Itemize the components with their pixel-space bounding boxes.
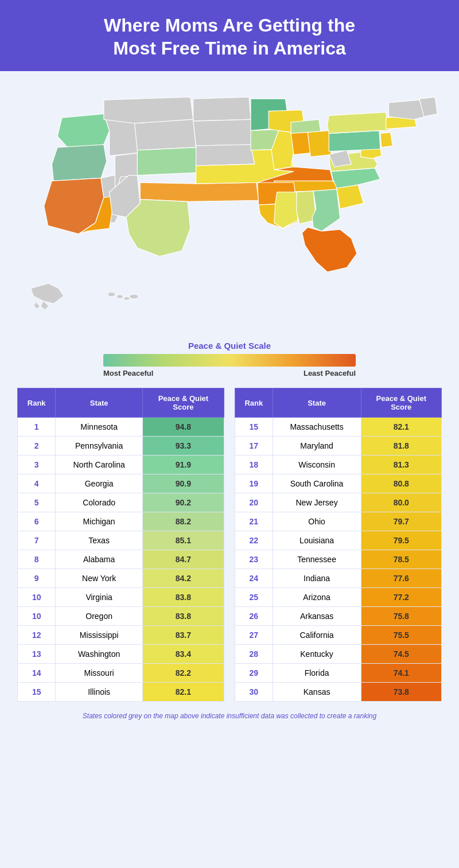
state-cell: Minnesota bbox=[56, 418, 142, 437]
state-cell: Florida bbox=[273, 664, 361, 683]
table-row: 2 Pennsylvania 93.3 bbox=[18, 437, 224, 456]
table-row: 3 North Carolina 91.9 bbox=[18, 456, 224, 474]
table-row: 10 Oregon 83.8 bbox=[18, 607, 224, 626]
state-cell: Colorado bbox=[56, 493, 142, 512]
state-cell: Wisconsin bbox=[273, 456, 361, 474]
rank-cell: 26 bbox=[235, 607, 273, 626]
scale-extremes: Most Peaceful Least Peaceful bbox=[103, 369, 356, 377]
score-cell: 78.5 bbox=[361, 550, 442, 569]
score-cell: 74.1 bbox=[361, 664, 442, 683]
table-row: 5 Colorado 90.2 bbox=[18, 493, 224, 512]
table-row: 21 Ohio 79.7 bbox=[235, 512, 442, 531]
table-row: 27 California 75.5 bbox=[235, 626, 442, 645]
state-cell: Illinois bbox=[56, 683, 142, 702]
score-cell: 91.9 bbox=[142, 456, 224, 474]
right-col-score: Peace & QuietScore bbox=[361, 388, 442, 418]
score-cell: 82.1 bbox=[361, 418, 442, 437]
state-cell: Oregon bbox=[56, 607, 142, 626]
state-cell: Texas bbox=[56, 531, 142, 550]
state-cell: Washington bbox=[56, 645, 142, 664]
score-cell: 88.2 bbox=[142, 512, 224, 531]
scale-bar bbox=[103, 354, 356, 367]
state-cell: Kansas bbox=[273, 683, 361, 702]
score-cell: 80.8 bbox=[361, 474, 442, 493]
rank-cell: 27 bbox=[235, 626, 273, 645]
state-cell: Louisiana bbox=[273, 531, 361, 550]
state-cell: Arkansas bbox=[273, 607, 361, 626]
svg-point-1 bbox=[116, 295, 123, 298]
rank-cell: 15 bbox=[235, 418, 273, 437]
table-row: 19 South Carolina 80.8 bbox=[235, 474, 442, 493]
right-col-rank: Rank bbox=[235, 388, 273, 418]
table-row: 18 Wisconsin 81.3 bbox=[235, 456, 442, 474]
table-row: 23 Tennessee 78.5 bbox=[235, 550, 442, 569]
rank-cell: 8 bbox=[18, 550, 56, 569]
table-row: 8 Alabama 84.7 bbox=[18, 550, 224, 569]
state-cell: Mississippi bbox=[56, 626, 142, 645]
table-row: 7 Texas 85.1 bbox=[18, 531, 224, 550]
left-col-rank: Rank bbox=[18, 388, 56, 418]
rank-cell: 29 bbox=[235, 664, 273, 683]
score-cell: 85.1 bbox=[142, 531, 224, 550]
state-cell: Virginia bbox=[56, 588, 142, 607]
state-cell: Michigan bbox=[56, 512, 142, 531]
rank-cell: 24 bbox=[235, 569, 273, 588]
right-col-state: State bbox=[273, 388, 361, 418]
table-row: 6 Michigan 88.2 bbox=[18, 512, 224, 531]
svg-point-3 bbox=[130, 294, 138, 298]
state-cell: Massachusetts bbox=[273, 418, 361, 437]
table-row: 26 Arkansas 75.8 bbox=[235, 607, 442, 626]
score-cell: 82.1 bbox=[142, 683, 224, 702]
table-row: 24 Indiana 77.6 bbox=[235, 569, 442, 588]
state-cell: Ohio bbox=[273, 512, 361, 531]
table-row: 12 Mississippi 83.7 bbox=[18, 626, 224, 645]
svg-point-2 bbox=[124, 297, 130, 300]
score-cell: 90.9 bbox=[142, 474, 224, 493]
table-row: 4 Georgia 90.9 bbox=[18, 474, 224, 493]
state-cell: North Carolina bbox=[56, 456, 142, 474]
rank-cell: 25 bbox=[235, 588, 273, 607]
table-row: 10 Virginia 83.8 bbox=[18, 588, 224, 607]
scale-most-peaceful: Most Peaceful bbox=[103, 369, 153, 377]
state-cell: Missouri bbox=[56, 664, 142, 683]
rank-cell: 4 bbox=[18, 474, 56, 493]
score-cell: 81.3 bbox=[361, 456, 442, 474]
score-cell: 75.5 bbox=[361, 626, 442, 645]
rank-cell: 9 bbox=[18, 569, 56, 588]
rank-cell: 18 bbox=[235, 456, 273, 474]
rank-cell: 10 bbox=[18, 607, 56, 626]
rank-cell: 20 bbox=[235, 493, 273, 512]
rank-cell: 21 bbox=[235, 512, 273, 531]
scale-least-peaceful: Least Peaceful bbox=[304, 369, 356, 377]
score-cell: 73.8 bbox=[361, 683, 442, 702]
score-cell: 80.0 bbox=[361, 493, 442, 512]
table-row: 22 Louisiana 79.5 bbox=[235, 531, 442, 550]
rank-cell: 6 bbox=[18, 512, 56, 531]
rank-cell: 30 bbox=[235, 683, 273, 702]
state-cell: New Jersey bbox=[273, 493, 361, 512]
header: Where Moms Are Getting the Most Free Tim… bbox=[0, 0, 459, 71]
score-cell: 83.4 bbox=[142, 645, 224, 664]
scale-section: Peace & Quiet Scale Most Peaceful Least … bbox=[17, 341, 442, 377]
table-row: 17 Maryland 81.8 bbox=[235, 437, 442, 456]
right-ranking-table: Rank State Peace & QuietScore 15 Massach… bbox=[235, 388, 442, 702]
state-cell: Tennessee bbox=[273, 550, 361, 569]
score-cell: 84.7 bbox=[142, 550, 224, 569]
score-cell: 83.7 bbox=[142, 626, 224, 645]
rank-cell: 3 bbox=[18, 456, 56, 474]
state-cell: Arizona bbox=[273, 588, 361, 607]
score-cell: 82.2 bbox=[142, 664, 224, 683]
score-cell: 74.5 bbox=[361, 645, 442, 664]
state-cell: Maryland bbox=[273, 437, 361, 456]
score-cell: 83.8 bbox=[142, 607, 224, 626]
rank-cell: 15 bbox=[18, 683, 56, 702]
rank-cell: 7 bbox=[18, 531, 56, 550]
state-cell: Alabama bbox=[56, 550, 142, 569]
table-row: 9 New York 84.2 bbox=[18, 569, 224, 588]
rank-cell: 13 bbox=[18, 645, 56, 664]
score-cell: 90.2 bbox=[142, 493, 224, 512]
rank-cell: 12 bbox=[18, 626, 56, 645]
table-row: 15 Illinois 82.1 bbox=[18, 683, 224, 702]
svg-point-0 bbox=[108, 292, 115, 296]
left-col-score: Peace & QuietScore bbox=[142, 388, 224, 418]
